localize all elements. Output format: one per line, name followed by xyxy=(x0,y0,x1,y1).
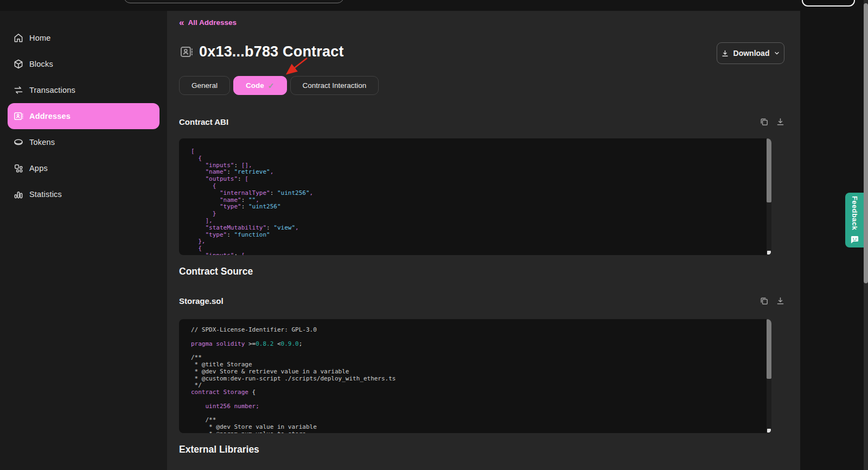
blocks-cube-icon xyxy=(13,59,24,69)
copy-icon[interactable] xyxy=(760,296,769,306)
tab-code[interactable]: Code ✓ xyxy=(233,76,286,95)
feedback-label: Feedback xyxy=(851,196,859,230)
bar-chart-icon xyxy=(13,189,24,200)
tab-bar: General Code ✓ Contract Interaction xyxy=(179,76,379,95)
download-icon xyxy=(721,49,729,58)
contract-source-code-block[interactable]: // SPDX-License-Identifier: GPL-3.0 prag… xyxy=(179,319,771,433)
sidebar-item-label: Home xyxy=(29,34,50,42)
abi-code: [ { "inputs": [], "name": "retrieve", "o… xyxy=(191,138,764,255)
download-icon[interactable] xyxy=(776,296,785,306)
tab-label: Contract Interaction xyxy=(303,81,367,90)
sidebar-item-addresses[interactable]: Addresses xyxy=(8,103,159,129)
external-libraries-heading: External Libraries xyxy=(179,444,259,455)
download-button[interactable]: Download xyxy=(717,42,784,64)
sidebar-item-home[interactable]: Home xyxy=(0,25,167,51)
sidebar-item-label: Apps xyxy=(29,164,48,173)
resize-handle[interactable] xyxy=(767,251,771,255)
sidebar-item-apps[interactable]: Apps xyxy=(0,155,167,181)
breadcrumb-label: All Addresses xyxy=(188,18,237,27)
sidebar-item-statistics[interactable]: Statistics xyxy=(0,181,167,207)
sidebar-item-label: Addresses xyxy=(29,112,71,120)
sidebar-item-label: Blocks xyxy=(29,60,53,68)
source-scrollbar-thumb[interactable] xyxy=(767,319,771,379)
topbar-button[interactable] xyxy=(802,0,855,7)
source-actions xyxy=(760,296,785,306)
contract-source-heading: Contract Source xyxy=(179,266,253,277)
source-file-name: Storage.sol xyxy=(179,296,224,306)
tab-contract-interaction[interactable]: Contract Interaction xyxy=(290,76,379,95)
sidebar-item-label: Tokens xyxy=(29,138,55,147)
page-scrollbar-thumb[interactable] xyxy=(864,3,868,283)
download-button-label: Download xyxy=(733,49,770,58)
address-card-icon xyxy=(179,45,194,59)
address-card-icon xyxy=(13,111,24,122)
sidebar-item-tokens[interactable]: Tokens xyxy=(0,129,167,155)
download-icon[interactable] xyxy=(776,117,785,126)
contract-abi-code-block[interactable]: [ { "inputs": [], "name": "retrieve", "o… xyxy=(179,138,771,255)
title-row: 0x13...b783 Contract xyxy=(179,43,344,60)
chevron-down-icon xyxy=(774,50,780,56)
sidebar-nav: Home Blocks Transactions Addresses Token… xyxy=(0,25,167,207)
double-chevron-left-icon: « xyxy=(179,19,184,26)
home-icon xyxy=(13,33,24,43)
tab-label: General xyxy=(192,81,218,90)
feedback-button[interactable]: Feedback xyxy=(845,193,864,247)
sidebar-item-blocks[interactable]: Blocks xyxy=(0,51,167,77)
token-coin-icon xyxy=(13,137,24,148)
search-input[interactable] xyxy=(124,0,344,3)
transactions-arrows-icon xyxy=(13,85,24,96)
source-code: // SPDX-License-Identifier: GPL-3.0 prag… xyxy=(191,319,764,433)
copy-icon[interactable] xyxy=(760,117,769,126)
sidebar: Home Blocks Transactions Addresses Token… xyxy=(0,11,167,470)
page-title: 0x13...b783 Contract xyxy=(199,43,344,60)
contract-abi-heading: Contract ABI xyxy=(179,117,228,126)
main-panel: « All Addresses 0x13...b783 Contract Dow… xyxy=(167,11,800,470)
abi-actions xyxy=(760,117,785,126)
tab-label: Code xyxy=(246,81,264,90)
sidebar-item-transactions[interactable]: Transactions xyxy=(0,77,167,103)
chat-smiley-icon xyxy=(850,235,859,244)
apps-grid-icon xyxy=(13,163,24,174)
sidebar-item-label: Transactions xyxy=(29,86,75,94)
tab-general[interactable]: General xyxy=(179,76,230,95)
breadcrumb-all-addresses[interactable]: « All Addresses xyxy=(179,18,237,27)
resize-handle[interactable] xyxy=(767,429,771,433)
sidebar-item-label: Statistics xyxy=(29,190,62,199)
check-icon: ✓ xyxy=(268,81,275,90)
abi-scrollbar-thumb[interactable] xyxy=(767,138,771,202)
